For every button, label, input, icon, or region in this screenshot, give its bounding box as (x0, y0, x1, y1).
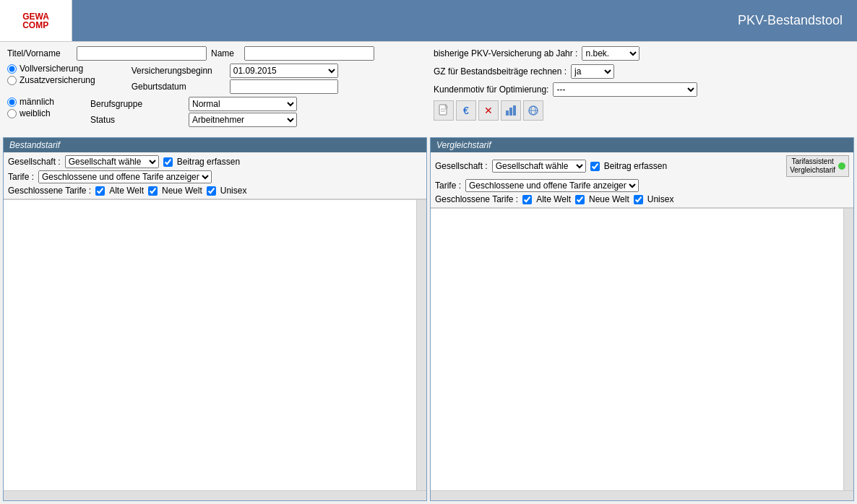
vergleichstarif-alte-welt-checkbox[interactable] (522, 195, 532, 204)
bestandstarif-gesellschaft-label: Gesellschaft : (8, 157, 61, 167)
gz-label: GZ für Bestandsbeiträge rechnen : (434, 66, 567, 77)
versicherungsbeginn-select[interactable]: 01.09.2015 (230, 64, 338, 78)
kundenmotiv-select[interactable]: --- Beitragssenkung Leistungsverbesserun… (553, 82, 697, 97)
vergleichstarif-gesellschaft-label: Gesellschaft : (435, 161, 488, 171)
tarifassistent-status-dot (838, 162, 845, 170)
panels-wrapper: Bestandstarif Gesellschaft : Gesellschaf… (0, 137, 857, 504)
gz-select[interactable]: ja nein (571, 64, 614, 79)
name-input[interactable] (244, 46, 374, 61)
tarifassistent-label: TarifassistentVergleichstarif (790, 157, 835, 175)
logo-comp: COMP (22, 21, 49, 30)
svg-rect-3 (506, 110, 509, 116)
bestandstarif-gesellschaft-select[interactable]: Gesellschaft wähle (65, 155, 159, 168)
bestandstarif-beitrag-label: Beitrag erfassen (177, 157, 240, 167)
svg-rect-4 (509, 108, 512, 116)
toolbar-icon-delete[interactable]: ✕ (478, 100, 499, 121)
vergleichstarif-title: Vergleichstarif (431, 138, 853, 152)
kundenmotiv-label: Kundenmotiv für Optimierung: (434, 84, 548, 95)
weiblich-radio-label[interactable]: weiblich (7, 108, 54, 118)
top-form: Titel/Vorname Name Vollversicherung Zusa… (0, 42, 857, 137)
bestandstarif-list[interactable] (4, 199, 426, 490)
vergleichstarif-unisex-checkbox[interactable] (634, 195, 643, 204)
bestandstarif-title: Bestandstarif (4, 138, 426, 152)
zusatzversicherung-radio-label[interactable]: Zusatzversicherung (7, 75, 95, 85)
toolbar-icon-chart[interactable] (501, 100, 521, 121)
titel-label: Titel/Vorname (7, 48, 72, 58)
bestandstarif-geschlossene-label: Geschlossene Tarife : (8, 186, 91, 196)
versicherungsbeginn-label: Versicherungsbeginn (132, 66, 225, 76)
titel-input[interactable] (77, 46, 207, 61)
vergleichstarif-neue-welt-label: Neue Welt (589, 194, 629, 204)
vergleichstarif-neue-welt-checkbox[interactable] (575, 195, 585, 204)
bestandstarif-unisex-label: Unisex (220, 186, 247, 196)
vergleichstarif-tarife-select[interactable]: Geschlossene und offene Tarife anzeigen (465, 179, 639, 192)
maennlich-radio-label[interactable]: männlich (7, 97, 54, 107)
toolbar-icon-euro[interactable]: € (456, 100, 476, 121)
geburtsdatum-label: Geburtsdatum (132, 82, 225, 92)
bestandstarif-neue-welt-checkbox[interactable] (148, 186, 158, 196)
weiblich-radio[interactable] (7, 109, 17, 118)
status-select[interactable]: Arbeitnehmer Selbstständig Beamter (189, 113, 297, 127)
app-title: PKV-Bestandstool (738, 13, 843, 28)
toolbar-icon-globe[interactable] (523, 100, 543, 121)
berufsgruppe-label: Berufsgruppe (90, 99, 184, 109)
bisherige-label: bisherige PKV-Versicherung ab Jahr : (434, 48, 577, 58)
vergleichstarif-panel: Vergleichstarif Gesellschaft : Gesellsch… (430, 137, 854, 501)
bestandstarif-tarife-select[interactable]: Geschlossene und offene Tarife anzeigen (38, 170, 212, 183)
logo-gewa: GEWA (22, 12, 49, 21)
vergleichstarif-gesellschaft-select[interactable]: Gesellschaft wähle (492, 160, 586, 173)
bestandstarif-beitrag-checkbox[interactable] (163, 157, 173, 167)
berufsgruppe-select[interactable]: Normal Beamte Selbstständig (189, 97, 297, 111)
header: GEWA COMP PKV-Bestandstool (0, 0, 857, 42)
bestandstarif-scrollbar-x[interactable] (4, 490, 426, 500)
status-label: Status (90, 115, 184, 125)
header-title-bar: PKV-Bestandstool (72, 0, 857, 41)
bestandstarif-controls: Gesellschaft : Gesellschaft wähle Beitra… (4, 152, 426, 199)
bestandstarif-tarife-label: Tarife : (8, 172, 34, 182)
tarifassistent-button[interactable]: TarifassistentVergleichstarif (786, 155, 849, 177)
vergleichstarif-controls: Gesellschaft : Gesellschaft wähle Beitra… (431, 152, 853, 208)
toolbar-icon-doc[interactable] (434, 100, 454, 121)
logo: GEWA COMP (0, 0, 72, 41)
maennlich-radio[interactable] (7, 97, 17, 107)
bestandstarif-neue-welt-label: Neue Welt (162, 186, 202, 196)
bestandstarif-panel: Bestandstarif Gesellschaft : Gesellschaf… (3, 137, 427, 501)
vergleichstarif-tarife-label: Tarife : (435, 181, 461, 191)
vollversicherung-radio-label[interactable]: Vollversicherung (7, 64, 95, 74)
vergleichstarif-alte-welt-label: Alte Welt (536, 194, 571, 204)
vergleichstarif-unisex-label: Unisex (647, 194, 674, 204)
bestandstarif-alte-welt-label: Alte Welt (109, 186, 144, 196)
bestandstarif-unisex-checkbox[interactable] (207, 186, 216, 196)
svg-rect-5 (513, 105, 516, 116)
bestandstarif-alte-welt-checkbox[interactable] (95, 186, 105, 196)
vergleichstarif-beitrag-checkbox[interactable] (590, 162, 600, 171)
vollversicherung-radio[interactable] (7, 64, 17, 74)
vergleichstarif-scrollbar-x[interactable] (431, 490, 853, 500)
name-label: Name (211, 48, 240, 58)
vergleichstarif-list[interactable] (431, 208, 853, 490)
bisherige-select[interactable]: n.bek. 2000 2005 2010 2015 (582, 46, 639, 61)
main-content: Titel/Vorname Name Vollversicherung Zusa… (0, 42, 857, 504)
zusatzversicherung-radio[interactable] (7, 76, 17, 85)
vergleichstarif-geschlossene-label: Geschlossene Tarife : (435, 194, 518, 204)
geburtsdatum-input[interactable] (230, 79, 338, 94)
vergleichstarif-beitrag-label: Beitrag erfassen (604, 161, 667, 171)
